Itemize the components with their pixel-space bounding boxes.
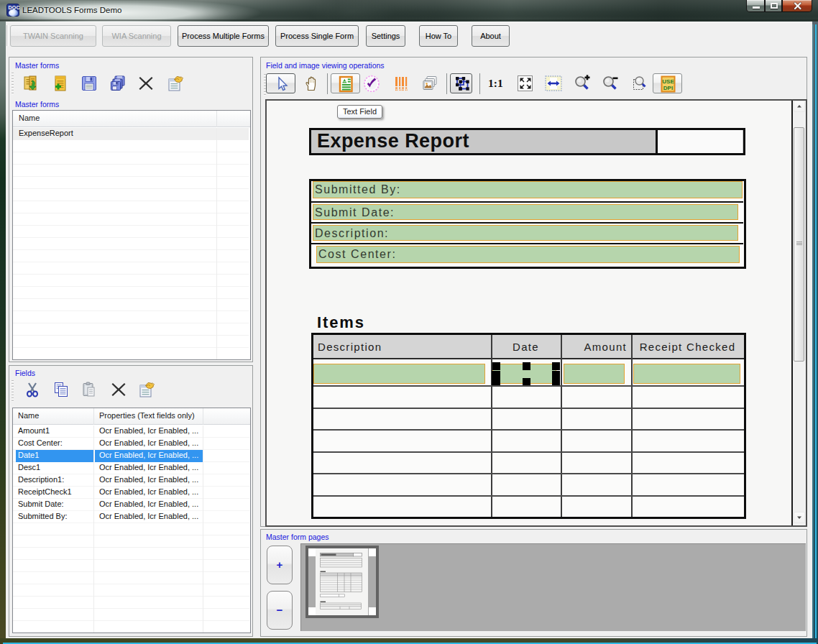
svg-text:USE: USE	[662, 78, 674, 85]
svg-text:DPI: DPI	[663, 85, 673, 91]
